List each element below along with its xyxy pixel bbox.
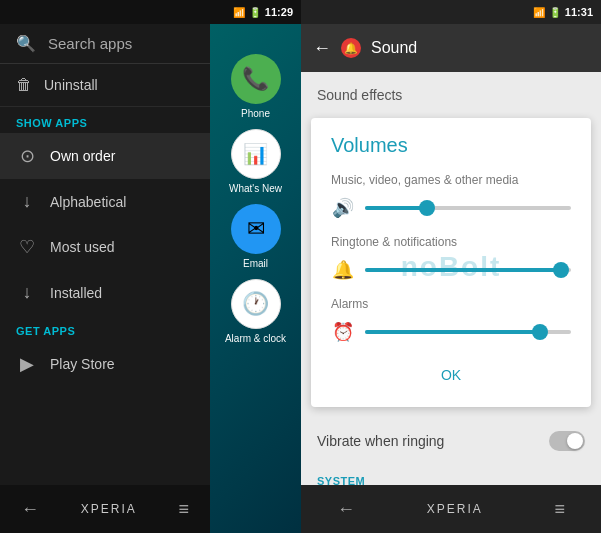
alarms-slider-thumb[interactable] <box>532 324 548 340</box>
uninstall-label: Uninstall <box>44 77 98 93</box>
bottom-nav-right: ← XPERIA ≡ <box>301 485 601 533</box>
xperia-label-left: XPERIA <box>81 502 137 516</box>
installed-icon: ↓ <box>16 282 38 303</box>
app-alarm-clock[interactable]: 🕐 Alarm & clock <box>216 279 296 344</box>
alarm-icon: 🕐 <box>231 279 281 329</box>
ringtone-slider-thumb[interactable] <box>553 262 569 278</box>
media-slider-thumb[interactable] <box>419 200 435 216</box>
phone-label: Phone <box>241 108 270 119</box>
search-placeholder: Search apps <box>48 35 132 52</box>
volumes-dialog: Volumes Music, video, games & other medi… <box>311 118 591 407</box>
own-order-icon: ⊙ <box>16 145 38 167</box>
time-right: 11:31 <box>565 6 593 18</box>
media-slider-fill <box>365 206 427 210</box>
media-volume-row: 🔊 <box>331 197 571 219</box>
content-right: Sound effects Volumes Music, video, game… <box>301 72 601 533</box>
menu-button-left[interactable]: ≡ <box>179 499 190 520</box>
battery-icon-right: 🔋 <box>549 7 561 18</box>
back-button-left[interactable]: ← <box>21 499 39 520</box>
toolbar-title-right: Sound <box>371 39 417 57</box>
toolbar-right: ← 🔔 Sound <box>301 24 601 72</box>
status-bar-right: 📶 🔋 11:31 <box>301 0 601 24</box>
whats-new-label: What's New <box>229 183 282 194</box>
ringtone-volume-row: 🔔 <box>331 259 571 281</box>
whats-new-icon: 📊 <box>231 129 281 179</box>
signal-icon: 📶 <box>233 7 245 18</box>
media-volume-label: Music, video, games & other media <box>331 173 571 187</box>
sound-icon: 🔔 <box>341 38 361 58</box>
alarms-volume-label: Alarms <box>331 297 571 311</box>
play-store-icon: ▶ <box>16 353 38 375</box>
app-grid: 📞 Phone 📊 What's New ✉ Email 🕐 Alarm & c… <box>210 24 301 533</box>
email-label: Email <box>243 258 268 269</box>
phone-icon: 📞 <box>231 54 281 104</box>
trash-icon: 🗑 <box>16 76 32 94</box>
sound-effects-label: Sound effects <box>317 87 402 103</box>
menu-button-right[interactable]: ≡ <box>555 499 566 520</box>
alarms-slider-fill <box>365 330 540 334</box>
speaker-icon: 🔊 <box>331 197 355 219</box>
most-used-icon: ♡ <box>16 236 38 258</box>
email-icon: ✉ <box>231 204 281 254</box>
ringtone-slider[interactable] <box>365 268 571 272</box>
bell-icon: 🔔 <box>331 259 355 281</box>
volumes-title: Volumes <box>331 134 571 157</box>
xperia-label-right: XPERIA <box>427 502 483 516</box>
app-phone[interactable]: 📞 Phone <box>216 54 296 119</box>
left-panel: 📶 🔋 11:29 🔍 Search apps 🗑 Uninstall SHOW… <box>0 0 301 533</box>
alphabetical-icon: ↓ <box>16 191 38 212</box>
status-bar-left: 📶 🔋 11:29 <box>0 0 301 24</box>
alarm-clock-icon: ⏰ <box>331 321 355 343</box>
vibrate-label: Vibrate when ringing <box>317 433 444 449</box>
back-arrow-right[interactable]: ← <box>313 38 331 59</box>
bottom-nav-left: ← XPERIA ≡ <box>0 485 210 533</box>
ringtone-slider-fill <box>365 268 561 272</box>
time-left: 11:29 <box>265 6 293 18</box>
app-email[interactable]: ✉ Email <box>216 204 296 269</box>
alarm-clock-label: Alarm & clock <box>225 333 286 344</box>
vibrate-toggle[interactable] <box>549 431 585 451</box>
ok-button[interactable]: OK <box>331 359 571 391</box>
back-button-right[interactable]: ← <box>337 499 355 520</box>
battery-icon-left: 🔋 <box>249 7 261 18</box>
app-whats-new[interactable]: 📊 What's New <box>216 129 296 194</box>
search-icon: 🔍 <box>16 34 36 53</box>
alarms-slider[interactable] <box>365 330 571 334</box>
vibrate-row: Vibrate when ringing <box>301 417 601 465</box>
sound-effects-row: Sound effects <box>301 72 601 118</box>
wifi-icon: 📶 <box>533 7 545 18</box>
alarms-volume-row: ⏰ <box>331 321 571 343</box>
media-slider[interactable] <box>365 206 571 210</box>
ringtone-volume-label: Ringtone & notifications <box>331 235 571 249</box>
right-panel: 📶 🔋 11:31 ← 🔔 Sound Sound effects Volume… <box>301 0 601 533</box>
